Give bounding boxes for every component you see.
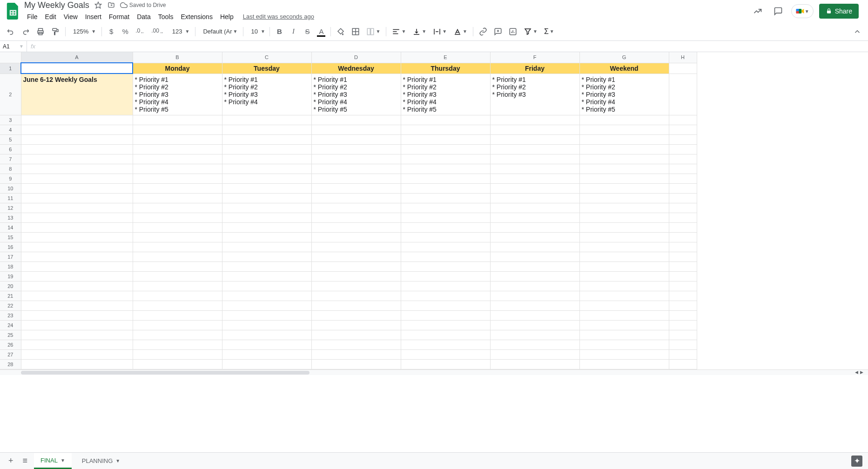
cell-C24[interactable] <box>222 320 311 330</box>
cell-G27[interactable] <box>579 349 669 359</box>
cell-E11[interactable] <box>401 193 490 203</box>
font-size-dropdown[interactable]: 10▼ <box>246 26 267 37</box>
name-box[interactable]: A1▼ <box>0 41 27 52</box>
insert-chart-button[interactable] <box>506 25 520 38</box>
col-header-E[interactable]: E <box>401 52 490 63</box>
cell-E27[interactable] <box>401 349 490 359</box>
cell-H11[interactable] <box>669 193 697 203</box>
cell-C14[interactable] <box>222 222 311 232</box>
cell-A25[interactable] <box>21 330 133 340</box>
cell-E18[interactable] <box>401 261 490 271</box>
merge-cells-button[interactable]: ▼ <box>363 26 383 38</box>
cell-E7[interactable] <box>401 154 490 164</box>
cell-G9[interactable] <box>579 174 669 183</box>
cell-A22[interactable] <box>21 301 133 310</box>
cell-E8[interactable] <box>401 164 490 174</box>
cell-H9[interactable] <box>669 174 697 183</box>
cell-G16[interactable] <box>579 242 669 252</box>
cell-D18[interactable] <box>311 261 401 271</box>
cell-F2[interactable]: * Priority #1 * Priority #2 * Priority #… <box>490 74 579 115</box>
cell-D14[interactable] <box>311 222 401 232</box>
row-header-27[interactable]: 27 <box>0 349 21 359</box>
col-header-B[interactable]: B <box>133 52 222 63</box>
cell-F24[interactable] <box>490 320 579 330</box>
insert-link-button[interactable] <box>476 25 490 38</box>
cell-D26[interactable] <box>311 340 401 349</box>
row-header-1[interactable]: 1 <box>0 63 21 74</box>
cell-F21[interactable] <box>490 291 579 301</box>
col-header-A[interactable]: A <box>21 52 133 63</box>
cell-A27[interactable] <box>21 349 133 359</box>
cell-A1[interactable] <box>21 63 133 74</box>
cell-D11[interactable] <box>311 193 401 203</box>
cell-C5[interactable] <box>222 134 311 144</box>
zoom-dropdown[interactable]: 125%▼ <box>68 26 99 37</box>
cell-F6[interactable] <box>490 144 579 154</box>
cell-E5[interactable] <box>401 134 490 144</box>
cell-C15[interactable] <box>222 232 311 242</box>
cell-B11[interactable] <box>133 193 222 203</box>
fill-color-button[interactable] <box>334 25 348 38</box>
cell-B22[interactable] <box>133 301 222 310</box>
sheet-tab-final[interactable]: FINAL▼ <box>34 453 72 469</box>
cell-A6[interactable] <box>21 144 133 154</box>
cell-A19[interactable] <box>21 271 133 281</box>
cell-H22[interactable] <box>669 301 697 310</box>
cell-D2[interactable]: * Priority #1 * Priority #2 * Priority #… <box>311 74 401 115</box>
cell-B19[interactable] <box>133 271 222 281</box>
decrease-decimal-button[interactable]: .0← <box>133 25 148 38</box>
cell-H16[interactable] <box>669 242 697 252</box>
cell-E24[interactable] <box>401 320 490 330</box>
cell-F26[interactable] <box>490 340 579 349</box>
col-header-G[interactable]: G <box>579 52 669 63</box>
hscroll-thumb[interactable] <box>21 371 310 375</box>
insert-comment-button[interactable] <box>491 25 505 38</box>
functions-button[interactable]: Σ▼ <box>541 26 557 38</box>
cell-G6[interactable] <box>579 144 669 154</box>
cell-C8[interactable] <box>222 164 311 174</box>
hscroll-left-icon[interactable]: ◀ <box>854 370 859 375</box>
last-edit-link[interactable]: Last edit was seconds ago <box>243 13 314 20</box>
cell-G13[interactable] <box>579 213 669 222</box>
cell-D7[interactable] <box>311 154 401 164</box>
cell-F1[interactable]: Friday <box>490 63 579 74</box>
col-header-F[interactable]: F <box>490 52 579 63</box>
cell-G18[interactable] <box>579 261 669 271</box>
collapse-toolbar-button[interactable] <box>850 25 864 38</box>
row-header-13[interactable]: 13 <box>0 213 21 222</box>
cell-B1[interactable]: Monday <box>133 63 222 74</box>
font-family-dropdown[interactable]: Default (Ari...▼ <box>198 26 240 37</box>
cell-D20[interactable] <box>311 281 401 291</box>
cell-F15[interactable] <box>490 232 579 242</box>
row-header-14[interactable]: 14 <box>0 222 21 232</box>
row-header-22[interactable]: 22 <box>0 301 21 310</box>
row-header-2[interactable]: 2 <box>0 74 21 115</box>
cell-E25[interactable] <box>401 330 490 340</box>
move-to-folder-icon[interactable] <box>107 1 115 9</box>
hscroll-right-icon[interactable]: ▶ <box>859 370 864 375</box>
row-header-23[interactable]: 23 <box>0 310 21 320</box>
cell-F25[interactable] <box>490 330 579 340</box>
print-button[interactable] <box>34 25 47 38</box>
menu-extensions[interactable]: Extensions <box>177 11 216 22</box>
cell-G26[interactable] <box>579 340 669 349</box>
cell-H12[interactable] <box>669 203 697 213</box>
cell-A20[interactable] <box>21 281 133 291</box>
row-header-15[interactable]: 15 <box>0 232 21 242</box>
cell-B12[interactable] <box>133 203 222 213</box>
row-header-28[interactable]: 28 <box>0 359 21 369</box>
cell-E16[interactable] <box>401 242 490 252</box>
cell-H21[interactable] <box>669 291 697 301</box>
cell-B3[interactable] <box>133 115 222 125</box>
cell-H20[interactable] <box>669 281 697 291</box>
cell-B18[interactable] <box>133 261 222 271</box>
cell-A10[interactable] <box>21 183 133 193</box>
cell-A23[interactable] <box>21 310 133 320</box>
cell-C20[interactable] <box>222 281 311 291</box>
cell-E3[interactable] <box>401 115 490 125</box>
cell-F9[interactable] <box>490 174 579 183</box>
cell-F17[interactable] <box>490 252 579 261</box>
cell-F8[interactable] <box>490 164 579 174</box>
cell-D5[interactable] <box>311 134 401 144</box>
cell-H15[interactable] <box>669 232 697 242</box>
